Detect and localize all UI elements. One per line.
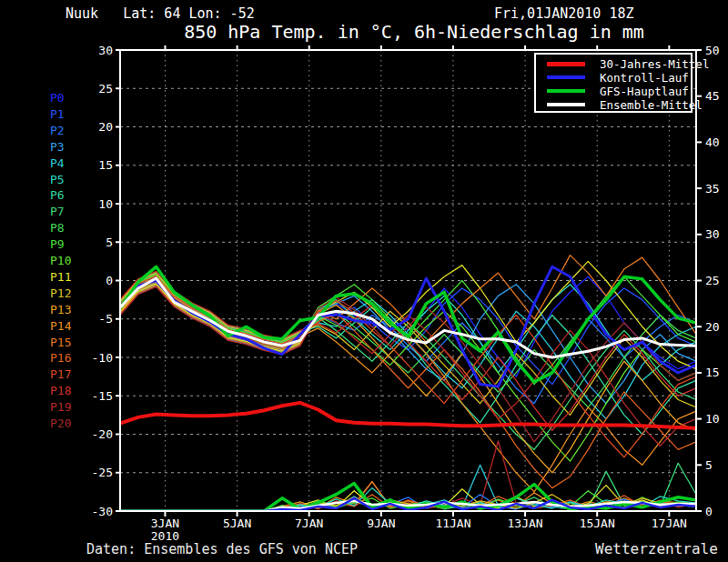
legend-row: GFS-Hauptlauf xyxy=(536,85,691,98)
y-left-tick-label: -10 xyxy=(92,351,113,365)
x-tick-label: 9JAN xyxy=(367,517,395,530)
y-right-tick-label: 25 xyxy=(705,274,720,287)
weather-ensemble-page: Nuuk Lat: 64 Lon: -52 Fri,01JAN2010 18Z … xyxy=(0,0,728,562)
legend-label: Ensemble-Mittel xyxy=(600,98,703,112)
legend-row: 30-Jahres-Mittel xyxy=(536,57,691,71)
y-right-tick-label: 0 xyxy=(705,505,713,518)
legend-line-swatch xyxy=(547,75,585,79)
y-right-tick-label: 40 xyxy=(705,135,720,149)
y-left-tick-label: -20 xyxy=(92,427,113,441)
y-right-tick-label: 50 xyxy=(705,44,720,57)
x-tick-label: 3JAN xyxy=(151,517,179,530)
legend-line-swatch xyxy=(547,103,585,106)
y-left-tick-label: -25 xyxy=(92,466,113,479)
member-temp-line-p10 xyxy=(120,275,696,461)
legend-label: GFS-Hauptlauf xyxy=(600,85,689,98)
y-left-tick-label: 30 xyxy=(98,44,113,57)
x-tick-label: 7JAN xyxy=(295,517,323,530)
x-tick-label: 11JAN xyxy=(435,517,470,530)
y-left-tick-label: 25 xyxy=(98,82,113,95)
y-right-tick-label: 15 xyxy=(705,366,720,379)
legend-line-swatch xyxy=(547,89,585,93)
y-right-tick-label: 5 xyxy=(705,458,713,472)
y-left-tick-label: 5 xyxy=(106,236,113,249)
y-right-tick-label: 30 xyxy=(705,227,720,241)
y-left-tick-label: -30 xyxy=(92,505,113,518)
legend-row: Kontroll-Lauf xyxy=(536,71,691,85)
legend-label: 30-Jahres-Mittel xyxy=(600,57,709,71)
x-tick-label: 15JAN xyxy=(580,517,615,530)
y-right-tick-label: 35 xyxy=(705,182,720,196)
y-left-tick-label: 20 xyxy=(98,120,113,134)
y-left-tick-label: 15 xyxy=(98,158,113,172)
y-right-tick-label: 45 xyxy=(705,89,720,103)
data-source-label: Daten: Ensembles des GFS von NCEP xyxy=(86,541,358,557)
x-tick-label: 17JAN xyxy=(652,517,687,530)
x-tick-label: 13JAN xyxy=(508,517,543,530)
y-left-tick-label: 0 xyxy=(106,274,113,287)
y-right-tick-label: 20 xyxy=(705,320,720,334)
legend: 30-Jahres-MittelKontroll-LaufGFS-Hauptla… xyxy=(534,53,693,113)
brand-label: Wetterzentrale xyxy=(595,540,718,557)
legend-line-swatch xyxy=(547,62,585,66)
x-tick-label: 5JAN xyxy=(223,517,251,530)
legend-label: Kontroll-Lauf xyxy=(600,71,689,85)
legend-row: Ensemble-Mittel xyxy=(536,98,691,112)
temp-line-30yr-mean xyxy=(120,403,696,428)
y-left-tick-label: -15 xyxy=(92,389,113,403)
y-left-tick-label: -5 xyxy=(98,312,113,326)
y-left-tick-label: 10 xyxy=(98,197,113,211)
y-right-tick-label: 10 xyxy=(705,412,720,426)
